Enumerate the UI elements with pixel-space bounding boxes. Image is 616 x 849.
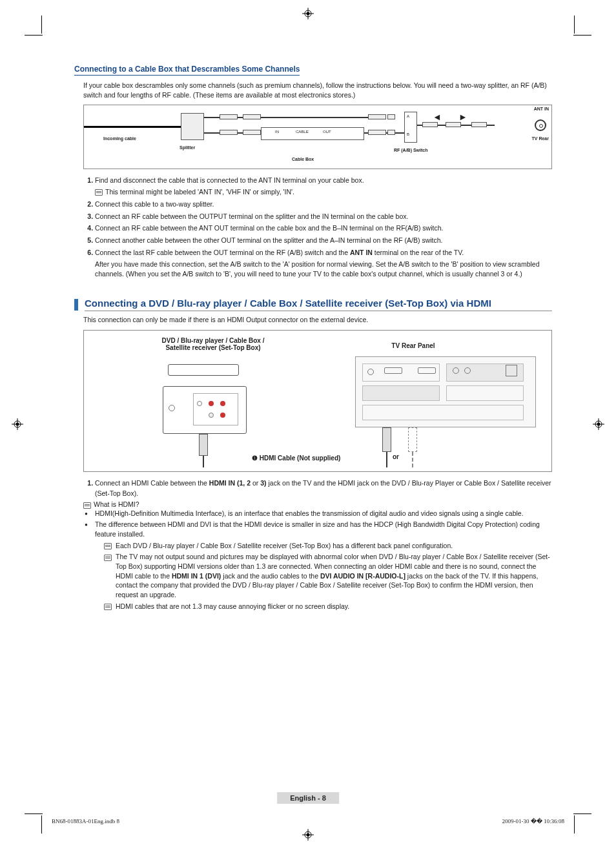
crop-mark — [41, 15, 42, 34]
note-icon — [104, 555, 112, 561]
crop-mark — [25, 35, 43, 36]
section1-steps: Find and disconnect the cable that is co… — [95, 176, 552, 280]
bullet-1: HDMI(High-Definition Multimedia Interfac… — [83, 509, 552, 518]
crop-mark — [574, 15, 575, 34]
section2-title: Connecting a DVD / Blu-ray player / Cabl… — [85, 298, 552, 311]
step-3: Connect an RF cable between the OUTPUT t… — [95, 212, 552, 222]
note-icon — [95, 189, 103, 196]
step-5: Connect another cable between the other … — [95, 236, 552, 246]
lbl-hdmi: ❶ HDMI Cable (Not supplied) — [252, 455, 340, 462]
registration-mark-left — [12, 418, 23, 430]
crop-mark — [574, 815, 575, 834]
step-1: Find and disconnect the cable that is co… — [95, 176, 552, 198]
section2-intro: This connection can only be made if ther… — [83, 315, 552, 325]
step-4: Connect an RF cable between the ANT OUT … — [95, 223, 552, 234]
lbl-rfswitch: RF (A/B) Switch — [394, 148, 428, 152]
page-number: English - 8 — [277, 792, 339, 804]
section2-subnotes: Each DVD / Blu-ray player / Cable Box / … — [104, 541, 552, 611]
registration-mark-top — [302, 8, 314, 19]
lbl-or: or — [393, 453, 399, 460]
whatis-hdmi: What is HDMI? — [94, 500, 139, 508]
section2-heading: Connecting a DVD / Blu-ray player / Cabl… — [74, 298, 552, 311]
note-icon — [104, 543, 112, 549]
crop-mark — [41, 815, 42, 834]
footer-right: 2009-01-30 �� 10:36:08 — [502, 818, 565, 824]
lbl-a: A — [407, 114, 409, 118]
bullet-2: The difference between HDMI and DVI is t… — [83, 520, 552, 538]
lbl-splitter: Splitter — [180, 145, 195, 150]
lbl-tvrear: TV Rear — [532, 136, 549, 141]
section2-bullets: HDMI(High-Definition Multimedia Interfac… — [83, 509, 552, 539]
heading-marker-icon — [74, 299, 78, 311]
footer-left: BN68-01883A-01Eng.indb 8 — [52, 818, 119, 824]
registration-mark-right — [593, 418, 604, 430]
tv-rear-panel — [355, 356, 536, 427]
lbl-device: DVD / Blu-ray player / Cable Box / Satel… — [129, 337, 297, 351]
lbl-b: B — [407, 132, 409, 136]
note-icon — [104, 604, 112, 610]
section1-intro: If your cable box descrambles only some … — [83, 81, 552, 99]
section2-steps: Connect an HDMI Cable between the HDMI I… — [95, 478, 552, 499]
section1-title: Connecting to a Cable Box that Descrambl… — [74, 65, 300, 76]
section1-diagram: Incoming cable Splitter IN CABLE OUT Cab… — [83, 105, 552, 169]
antenna-icon — [535, 119, 546, 131]
lbl-tvpanel: TV Rear Panel — [362, 342, 465, 349]
page-content: Connecting to a Cable Box that Descrambl… — [74, 65, 552, 613]
lbl-antin: ANT IN — [534, 107, 549, 111]
device-front — [168, 364, 239, 376]
step-6: Connect the last RF cable between the OU… — [95, 248, 552, 280]
subnote-2: The TV may not output sound and pictures… — [116, 552, 552, 599]
subnote-1: Each DVD / Blu-ray player / Cable Box / … — [116, 541, 552, 551]
s2-step-1: Connect an HDMI Cable between the HDMI I… — [95, 478, 552, 499]
note-icon — [83, 502, 91, 509]
lbl-out: OUT — [323, 130, 331, 134]
device-rear — [163, 386, 247, 434]
lbl-incoming: Incoming cable — [103, 136, 136, 141]
crop-mark — [573, 35, 591, 36]
registration-mark-bottom — [302, 829, 314, 841]
step-2: Connect this cable to a two-way splitter… — [95, 199, 552, 210]
lbl-in: IN — [275, 130, 279, 134]
lbl-cable: CABLE — [296, 130, 309, 134]
subnote-3: HDMI cables that are not 1.3 may cause a… — [116, 602, 552, 611]
lbl-cablebox: Cable Box — [292, 157, 314, 161]
crop-mark — [573, 813, 591, 814]
crop-mark — [25, 813, 43, 814]
section2-diagram: DVD / Blu-ray player / Cable Box / Satel… — [83, 330, 552, 472]
